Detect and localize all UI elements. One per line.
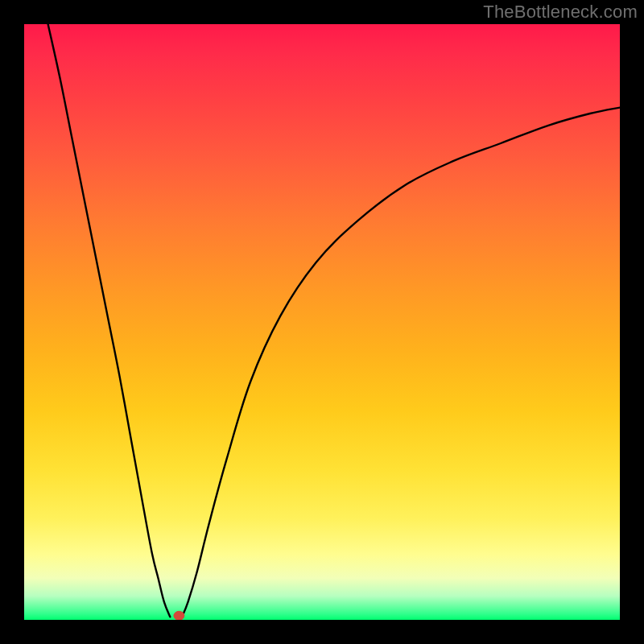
minimum-marker [174,611,184,620]
plot-area [24,24,620,620]
curve-left-branch [48,24,171,617]
chart-frame: TheBottleneck.com [0,0,644,644]
curve-right-branch [182,108,620,617]
curve-layer [24,24,620,620]
watermark-text: TheBottleneck.com [483,2,638,23]
